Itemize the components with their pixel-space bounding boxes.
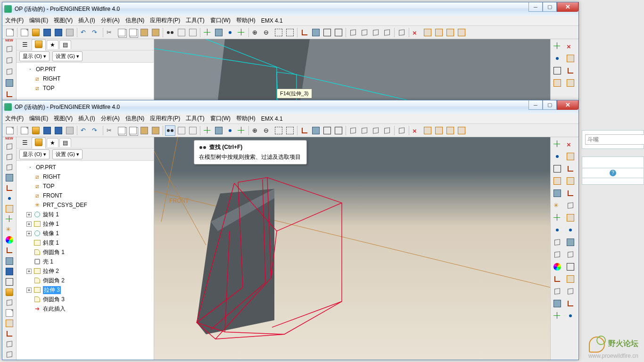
datum-tool[interactable] — [564, 200, 577, 211]
save-button[interactable] — [42, 27, 52, 38]
axes-button[interactable] — [236, 27, 247, 38]
datum-tool[interactable] — [551, 77, 563, 89]
tree-layout-icon[interactable]: ☰ — [19, 138, 31, 148]
datum-tool[interactable] — [551, 261, 563, 272]
tree-settings-dropdown[interactable]: 设置 (G) ▾ — [52, 51, 83, 61]
datum-tool[interactable] — [564, 77, 577, 89]
feature-tool[interactable] — [4, 350, 15, 359]
binoc-button[interactable] — [165, 125, 175, 136]
cube-button[interactable] — [371, 27, 381, 38]
feature-tool[interactable] — [4, 214, 15, 224]
newfile-button[interactable] — [5, 27, 15, 38]
feature-tool[interactable] — [4, 298, 15, 307]
feature-tool[interactable] — [4, 183, 15, 193]
wire-button[interactable] — [322, 125, 332, 136]
print-button[interactable] — [65, 125, 75, 136]
paste-button[interactable] — [150, 27, 161, 38]
datum-tool[interactable] — [551, 41, 563, 52]
menu-item[interactable]: 窗口(W) — [210, 16, 231, 25]
shade-button[interactable] — [311, 125, 321, 136]
plane-button[interactable] — [422, 125, 433, 136]
menu-item[interactable]: EMX 4.1 — [261, 115, 283, 122]
datum-tool[interactable] — [564, 163, 577, 174]
datum-tool[interactable] — [564, 249, 577, 260]
close-button[interactable] — [411, 125, 421, 136]
datum-tool[interactable] — [564, 41, 577, 52]
tree-item[interactable]: +镜像 1 — [17, 229, 154, 238]
cube-button[interactable] — [382, 27, 392, 38]
datum-tool[interactable] — [564, 139, 577, 150]
menu-item[interactable]: 编辑(E) — [29, 16, 48, 25]
shade-button[interactable] — [311, 27, 321, 38]
feature-tool[interactable] — [4, 329, 15, 338]
tree-item[interactable]: ➜在此插入 — [17, 304, 154, 313]
cube-button[interactable] — [348, 27, 358, 38]
tree-item[interactable]: 壳 1 — [17, 257, 154, 266]
plane-button[interactable] — [434, 27, 444, 38]
plane-button[interactable] — [434, 125, 444, 136]
plane-button[interactable] — [445, 27, 455, 38]
menu-item[interactable]: 分析(A) — [101, 115, 120, 123]
expand-toggle[interactable]: + — [26, 212, 32, 217]
zoom-in-button[interactable] — [251, 27, 261, 38]
maximize-button[interactable]: ▢ — [543, 100, 557, 110]
feature-tool[interactable] — [4, 308, 15, 318]
menu-item[interactable]: 帮助(H) — [236, 115, 256, 123]
shade-button[interactable] — [214, 125, 224, 136]
open-button[interactable] — [31, 125, 41, 136]
tree-item[interactable]: ✳PRT_CSYS_DEF — [17, 200, 154, 210]
datum-tool[interactable] — [551, 212, 563, 223]
menu-item[interactable]: 文件(F) — [5, 16, 24, 25]
plane-button[interactable] — [456, 125, 467, 136]
tree-tab-layers[interactable]: ▤ — [59, 40, 71, 49]
feature-tool[interactable] — [4, 194, 15, 203]
menu-item[interactable]: 帮助(H) — [236, 16, 256, 25]
datum-tool[interactable] — [564, 65, 577, 76]
zoom-out-button[interactable] — [262, 125, 272, 136]
redo-button[interactable] — [91, 27, 101, 38]
menu-item[interactable]: 插入(I) — [78, 16, 95, 25]
datum-tool[interactable] — [551, 273, 563, 285]
tree-item[interactable]: OP.PRT — [17, 65, 154, 74]
selbox-button[interactable] — [176, 125, 187, 136]
expand-toggle[interactable]: + — [26, 222, 32, 227]
datum-tool[interactable] — [564, 224, 577, 236]
tree-tab-layers[interactable]: ▤ — [59, 138, 71, 147]
tree-item[interactable]: ⧄RIGHT — [17, 172, 154, 181]
menu-item[interactable]: EMX 4.1 — [261, 17, 283, 24]
feature-tool[interactable] — [4, 173, 15, 182]
tree-item[interactable]: ⧄FRONT — [17, 191, 154, 200]
binoc-button[interactable] — [165, 27, 175, 38]
help-icon[interactable] — [610, 170, 616, 176]
dot-button[interactable] — [225, 27, 235, 38]
feature-tool[interactable] — [4, 256, 15, 266]
menu-item[interactable]: 信息(N) — [125, 16, 145, 25]
tree-item[interactable]: ⧄TOP — [17, 83, 154, 93]
datum-tool[interactable] — [564, 151, 577, 162]
cube-button[interactable] — [396, 27, 407, 38]
datum-tool[interactable] — [564, 175, 577, 187]
datum-tool[interactable] — [564, 53, 577, 64]
tree-item[interactable]: OP.PRT — [17, 163, 154, 172]
zoom-fit-button[interactable] — [273, 125, 284, 136]
titlebar[interactable]: OP (活动的) - Pro/ENGINEER Wildfire 4.0 ─ ▢… — [2, 2, 578, 16]
graphics-viewport[interactable]: F14(拉伸_3) — [154, 39, 550, 100]
tree-item[interactable]: +拉伸 2 — [17, 266, 154, 276]
datum-tool[interactable] — [551, 310, 563, 321]
cube-button[interactable] — [371, 125, 381, 136]
feature-tool[interactable] — [4, 288, 15, 297]
tree-tab-folders[interactable] — [32, 39, 46, 50]
minimize-button[interactable]: ─ — [528, 2, 543, 12]
wire-button[interactable] — [322, 27, 332, 38]
model-tree[interactable]: OP.PRT⧄RIGHT⧄TOP — [17, 63, 154, 100]
datum-tool[interactable] — [564, 212, 577, 223]
newfile-button[interactable] — [5, 125, 15, 136]
minimize-button[interactable]: ─ — [528, 100, 543, 110]
newfile-button[interactable] — [19, 125, 30, 136]
datum-tool[interactable] — [564, 261, 577, 272]
copy-button[interactable] — [128, 27, 138, 38]
paste-button[interactable] — [139, 27, 149, 38]
datum-tool[interactable] — [551, 188, 563, 199]
datum-tool[interactable] — [551, 200, 563, 211]
datum-tool[interactable] — [564, 310, 577, 321]
